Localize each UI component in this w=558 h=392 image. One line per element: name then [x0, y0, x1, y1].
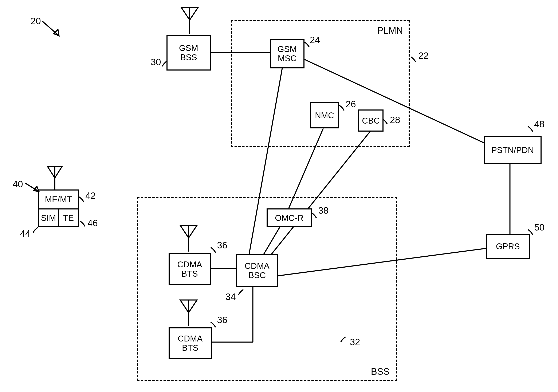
gsm-bss-ref: 30	[151, 57, 161, 67]
cdma-bsc-label2: BSC	[248, 271, 266, 280]
omc-r-box: OMC-R	[267, 208, 312, 227]
plmn-ref: 22	[418, 51, 429, 61]
cdma-bsc-label1: CDMA	[245, 261, 270, 271]
sim-cell: SIM	[39, 209, 59, 226]
cbc-label: CBC	[362, 116, 380, 125]
mobile-ref: 40	[13, 179, 23, 189]
svg-line-4	[42, 21, 59, 36]
pstn-pdn-ref: 48	[534, 119, 545, 129]
cdma-bsc-ref: 34	[226, 292, 236, 302]
omc-r-ref: 38	[318, 205, 329, 216]
cdma-bts-1-box: CDMA BTS	[169, 253, 211, 285]
plmn-label: PLMN	[377, 25, 403, 36]
sim-ref: 44	[20, 228, 30, 239]
cdma-bts-1-label1: CDMA	[177, 260, 202, 269]
me-mt-cell: ME/MT	[39, 190, 78, 209]
nmc-label: NMC	[315, 111, 334, 120]
gsm-msc-ref: 24	[310, 35, 320, 45]
cdma-bsc-box: CDMA BSC	[236, 254, 278, 287]
gprs-ref: 50	[534, 222, 545, 233]
gsm-bss-label1: GSM	[179, 43, 198, 53]
cdma-bts-2-box: CDMA BTS	[169, 327, 212, 359]
me-mt-ref: 42	[85, 190, 96, 201]
me-mt-label: ME/MT	[45, 195, 72, 204]
cbc-box: CBC	[358, 110, 384, 132]
cdma-bts-2-ref: 36	[217, 315, 227, 325]
gsm-msc-label1: GSM	[278, 44, 297, 54]
cdma-bts-2-label2: BTS	[182, 343, 199, 352]
sim-label: SIM	[41, 213, 56, 223]
pstn-pdn-label: PSTN/PDN	[491, 145, 534, 155]
figure-ref: 20	[31, 16, 41, 26]
gprs-label: GPRS	[496, 242, 520, 251]
omc-r-label: OMC-R	[275, 213, 304, 222]
cdma-bts-1-label2: BTS	[182, 269, 198, 278]
te-cell: TE	[59, 209, 78, 226]
cdma-bts-1-ref: 36	[217, 240, 227, 251]
pstn-pdn-box: PSTN/PDN	[484, 136, 541, 164]
cdma-bts-2-label1: CDMA	[178, 334, 203, 343]
nmc-box: NMC	[310, 102, 339, 128]
gsm-msc-box: GSM MSC	[270, 39, 305, 68]
svg-line-5	[25, 183, 39, 192]
bss-label: BSS	[371, 366, 389, 377]
cbc-ref: 28	[390, 115, 400, 125]
te-ref: 46	[87, 218, 98, 228]
mobile-device: ME/MT SIM TE	[38, 189, 79, 227]
bss-ref: 32	[350, 337, 360, 347]
te-label: TE	[63, 213, 74, 223]
nmc-ref: 26	[346, 99, 356, 110]
gsm-msc-label2: MSC	[278, 54, 296, 63]
gsm-bss-box: GSM BSS	[166, 35, 211, 70]
gprs-box: GPRS	[486, 234, 530, 259]
gsm-bss-label2: BSS	[180, 53, 197, 62]
